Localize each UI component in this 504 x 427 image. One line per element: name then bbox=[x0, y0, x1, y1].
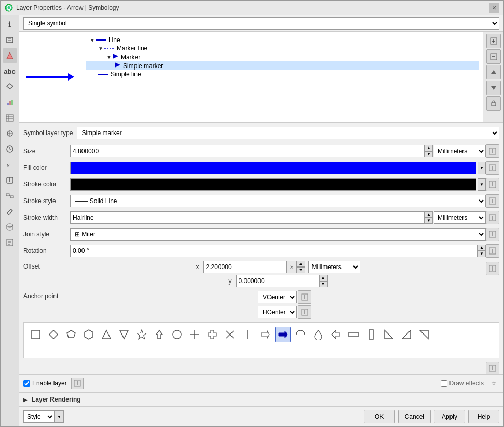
style-select[interactable]: Style bbox=[23, 410, 55, 423]
tree-item-simple-marker[interactable]: Simple marker bbox=[86, 61, 479, 70]
shape-line[interactable] bbox=[240, 327, 255, 342]
size-spin-down[interactable]: ▼ bbox=[425, 151, 433, 157]
hcenter-select[interactable]: HCenter bbox=[258, 306, 297, 318]
size-input[interactable] bbox=[70, 145, 425, 157]
offset-y-spin-down[interactable]: ▼ bbox=[319, 281, 328, 287]
stroke-color-btn[interactable] bbox=[70, 178, 476, 191]
shape-triangle[interactable] bbox=[99, 327, 114, 342]
tree-lock-btn[interactable] bbox=[486, 96, 501, 111]
shape-pentagon[interactable] bbox=[63, 327, 79, 342]
shape-x[interactable] bbox=[222, 327, 238, 342]
rotation-input[interactable] bbox=[70, 245, 478, 257]
shape-cross-fill[interactable] bbox=[205, 327, 220, 342]
tree-item-marker-line[interactable]: ▼ Marker line bbox=[86, 44, 479, 52]
shape-triangle-bl[interactable] bbox=[399, 327, 414, 342]
stroke-width-action-btn[interactable] bbox=[486, 211, 499, 224]
sidebar-btn-info[interactable]: ℹ bbox=[3, 17, 17, 32]
tree-remove-btn[interactable] bbox=[486, 49, 501, 64]
shape-left-arrow[interactable] bbox=[328, 327, 344, 342]
rotation-action-btn[interactable] bbox=[486, 244, 499, 258]
sidebar-btn-diagrams[interactable] bbox=[3, 95, 17, 110]
shape-arrow-right[interactable] bbox=[257, 327, 273, 342]
style-dropdown-btn[interactable]: ▼ bbox=[55, 410, 64, 423]
rotation-spin-down[interactable]: ▼ bbox=[478, 251, 486, 257]
offset-y-spin-up[interactable]: ▲ bbox=[319, 275, 328, 281]
offset-x-clear-btn[interactable]: ✕ bbox=[287, 261, 297, 273]
shape-arrow-up[interactable] bbox=[152, 327, 167, 342]
enable-layer-action-btn[interactable] bbox=[71, 378, 84, 389]
stroke-width-spin-up[interactable]: ▲ bbox=[425, 211, 433, 218]
vcenter-select[interactable]: VCenter bbox=[258, 291, 297, 303]
sidebar-btn-server[interactable] bbox=[3, 220, 17, 234]
offset-action-btn[interactable] bbox=[486, 262, 499, 275]
stroke-style-select[interactable]: ─── Solid Line bbox=[70, 195, 486, 207]
tree-item-line[interactable]: ▼ Line bbox=[86, 36, 479, 44]
sidebar-btn-3d[interactable] bbox=[3, 79, 17, 94]
enable-layer-checkbox-label[interactable]: Enable layer bbox=[23, 380, 67, 387]
size-unit-select[interactable]: Millimeters bbox=[434, 145, 486, 157]
sidebar-btn-temporal[interactable] bbox=[3, 142, 17, 156]
shape-rect-v[interactable] bbox=[363, 327, 379, 342]
fill-color-action-btn[interactable] bbox=[486, 161, 499, 175]
shape-cross[interactable] bbox=[187, 327, 202, 342]
shape-diamond[interactable] bbox=[46, 327, 61, 342]
ok-button[interactable]: OK bbox=[364, 410, 395, 423]
fill-color-dropdown[interactable]: ▼ bbox=[478, 162, 486, 174]
shape-half-arc[interactable] bbox=[293, 327, 308, 342]
shape-circle[interactable] bbox=[169, 327, 185, 342]
sidebar-btn-notes[interactable] bbox=[3, 235, 17, 250]
rotation-spin-up[interactable]: ▲ bbox=[478, 245, 486, 251]
shape-triangle-down[interactable] bbox=[116, 327, 132, 342]
sidebar-btn-metadata[interactable]: i bbox=[3, 173, 17, 188]
stroke-width-input[interactable] bbox=[70, 211, 425, 224]
tree-up-btn[interactable] bbox=[486, 65, 501, 79]
offset-x-spin-down[interactable]: ▼ bbox=[297, 267, 305, 273]
shape-triangle-br[interactable] bbox=[381, 327, 397, 342]
size-action-btn[interactable] bbox=[486, 144, 499, 158]
offset-y-input[interactable] bbox=[236, 275, 319, 287]
join-style-select[interactable]: ⊞ Miter bbox=[70, 228, 486, 241]
sidebar-btn-source[interactable] bbox=[3, 33, 17, 47]
size-spin-up[interactable]: ▲ bbox=[425, 145, 433, 151]
cancel-button[interactable]: Cancel bbox=[398, 410, 431, 423]
shape-arrow-fill[interactable] bbox=[275, 327, 291, 342]
vcenter-action-btn[interactable] bbox=[298, 290, 311, 304]
stroke-width-spin-down[interactable]: ▼ bbox=[425, 218, 433, 224]
sidebar-btn-dependencies[interactable] bbox=[3, 189, 17, 203]
tree-item-simple-line[interactable]: Simple line bbox=[86, 70, 479, 78]
sidebar-btn-rendering[interactable] bbox=[3, 126, 17, 141]
fill-color-btn[interactable] bbox=[70, 162, 476, 174]
draw-effects-star-btn[interactable]: ☆ bbox=[488, 378, 499, 389]
offset-x-input[interactable] bbox=[203, 261, 287, 273]
hcenter-action-btn[interactable] bbox=[298, 305, 311, 319]
tree-item-marker[interactable]: ▼ Marker bbox=[86, 52, 479, 61]
close-button[interactable]: × bbox=[489, 3, 499, 13]
shape-drop[interactable] bbox=[310, 327, 326, 342]
shape-star[interactable] bbox=[134, 327, 149, 342]
enable-layer-checkbox[interactable] bbox=[23, 380, 30, 387]
draw-effects-checkbox[interactable] bbox=[441, 380, 447, 387]
sidebar-btn-symbology[interactable] bbox=[3, 48, 17, 63]
sidebar-btn-edit[interactable] bbox=[3, 204, 17, 219]
symbol-type-select[interactable]: Single symbol bbox=[23, 17, 499, 30]
apply-button[interactable]: Apply bbox=[434, 410, 465, 423]
sidebar-btn-variables[interactable]: ε bbox=[3, 157, 17, 172]
sidebar-btn-labels[interactable]: abc bbox=[3, 64, 17, 78]
help-button[interactable]: Help bbox=[468, 410, 499, 423]
symbol-layer-type-select[interactable]: Simple marker bbox=[77, 127, 499, 139]
join-style-action-btn[interactable] bbox=[486, 228, 499, 241]
tree-down-btn[interactable] bbox=[486, 81, 501, 95]
stroke-width-unit-select[interactable]: Millimeters bbox=[434, 211, 486, 224]
shape-rect-h[interactable] bbox=[346, 327, 361, 342]
sidebar-btn-fields[interactable] bbox=[3, 111, 17, 125]
stroke-color-action-btn[interactable] bbox=[486, 178, 499, 191]
offset-unit-select[interactable]: Millimeters bbox=[308, 261, 360, 273]
shape-square[interactable] bbox=[28, 327, 44, 342]
palette-action-btn[interactable] bbox=[486, 362, 499, 374]
shape-triangle-tr[interactable] bbox=[416, 327, 432, 342]
draw-effects-label[interactable]: Draw effects bbox=[441, 380, 484, 387]
stroke-style-action-btn[interactable] bbox=[486, 194, 499, 208]
tree-add-btn[interactable] bbox=[486, 34, 501, 48]
shape-hexagon[interactable] bbox=[81, 327, 97, 342]
offset-x-spin-up[interactable]: ▲ bbox=[297, 261, 305, 267]
